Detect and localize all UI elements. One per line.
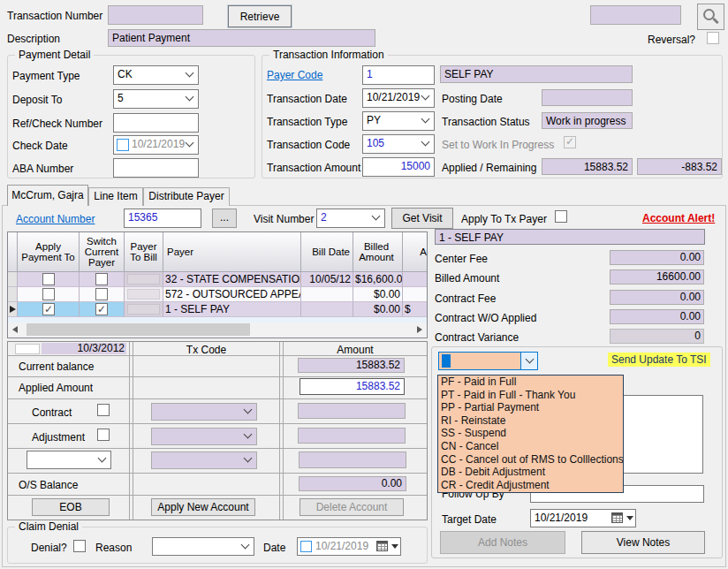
switch-checkbox[interactable] — [95, 288, 108, 300]
col-bill-date[interactable]: Bill Date — [301, 232, 353, 272]
denial-label: Denial? — [31, 542, 67, 554]
payer-to-bill-cell[interactable] — [127, 274, 160, 284]
grid-date-header-blank — [15, 344, 40, 354]
calendar-icon — [376, 541, 388, 551]
apply-checkbox[interactable] — [42, 273, 55, 285]
transaction-date-select[interactable]: 10/21/2019 — [362, 88, 435, 108]
apply-new-account-button[interactable]: Apply New Account — [151, 498, 255, 516]
account-alert-link[interactable]: Account Alert! — [642, 212, 715, 224]
row-selector-icon — [10, 306, 16, 313]
denial-date-checkbox[interactable] — [300, 541, 312, 552]
account-number-link[interactable]: Account Number — [16, 213, 95, 225]
delete-account-button[interactable]: Delete Account — [300, 498, 404, 516]
chevron-down-icon — [186, 69, 194, 78]
current-balance-field: 15883.52 — [298, 358, 405, 373]
dropdown-option[interactable]: PP - Partial Payment — [438, 401, 623, 414]
chevron-down-icon[interactable] — [391, 544, 398, 549]
extra-txcode-select[interactable] — [151, 451, 257, 469]
grid-date-header: 10/3/2012 — [42, 343, 126, 354]
apply-checkbox[interactable] — [42, 303, 55, 315]
get-visit-button[interactable]: Get Visit — [391, 208, 453, 229]
top-search-field[interactable] — [590, 5, 681, 25]
dropdown-option[interactable]: CC - Cancel out of RMS to Colllections — [438, 453, 623, 467]
adjustment-checkbox[interactable] — [97, 429, 110, 441]
transaction-number-field[interactable] — [108, 5, 203, 25]
scroll-right-icon[interactable] — [417, 326, 422, 333]
retrieve-button[interactable]: Retrieve — [228, 5, 292, 27]
ref-check-number-input[interactable] — [113, 113, 199, 133]
payer-code-input[interactable]: 1 — [362, 65, 435, 85]
extra-amount-field[interactable] — [299, 451, 406, 468]
chevron-down-icon — [98, 453, 107, 462]
tab-distribute-payer[interactable]: Distribute Payer — [143, 187, 230, 206]
dropdown-option[interactable]: RI - Reinstate — [438, 414, 623, 428]
extra-type-select[interactable] — [27, 451, 111, 469]
current-balance-label: Current balance — [19, 360, 94, 373]
chevron-down-icon — [526, 354, 535, 363]
applied-amount-label: Applied Amount — [19, 382, 93, 394]
applied-amount-input[interactable]: 15883.52 — [300, 378, 405, 395]
account-browse-button[interactable]: ... — [212, 209, 237, 228]
check-date-picker[interactable]: 10/21/2019 — [113, 135, 199, 155]
col-apply-payment-to[interactable]: Apply Payment To — [18, 232, 80, 272]
col-billed-amount[interactable]: Billed Amount — [353, 232, 403, 272]
col-overflow[interactable]: A — [403, 232, 427, 272]
transaction-date-label: Transaction Date — [267, 93, 347, 105]
payer-to-bill-cell[interactable] — [127, 304, 160, 315]
adjustment-txcode-select[interactable] — [151, 428, 257, 445]
transaction-amount-input[interactable]: 15000 — [362, 157, 435, 177]
denial-checkbox[interactable] — [73, 540, 86, 552]
search-button[interactable] — [697, 4, 724, 30]
transaction-code-select[interactable]: 105 — [362, 134, 435, 154]
transaction-number-label: Transaction Number — [7, 10, 102, 22]
transaction-status-label: Transaction Status — [442, 116, 530, 128]
dropdown-option[interactable]: PF - Paid in Full — [438, 376, 623, 389]
payer-code-link[interactable]: Payer Code — [267, 69, 322, 81]
dropdown-option[interactable]: PT - Paid in Full - Thank You — [438, 389, 623, 402]
check-date-label: Check Date — [12, 140, 68, 152]
contract-amount-field[interactable] — [298, 403, 406, 419]
denial-reason-select[interactable] — [152, 537, 254, 556]
col-switch-current-payer[interactable]: Switch Current Payer — [80, 232, 125, 272]
contract-checkbox[interactable] — [97, 404, 110, 416]
eob-button[interactable]: EOB — [32, 498, 110, 516]
payment-type-select[interactable]: CK — [113, 65, 199, 85]
payer-to-bill-cell[interactable] — [127, 289, 160, 300]
switch-checkbox[interactable] — [95, 273, 108, 285]
check-date-checkbox[interactable] — [117, 139, 129, 151]
aba-number-input[interactable] — [113, 158, 199, 178]
search-icon — [703, 9, 715, 20]
transaction-type-select[interactable]: PY — [362, 111, 435, 131]
switch-checkbox[interactable] — [95, 303, 108, 315]
apply-checkbox[interactable] — [42, 288, 55, 300]
deposit-to-select[interactable]: 5 — [113, 89, 199, 109]
chevron-down-icon — [421, 115, 430, 124]
contract-txcode-select[interactable] — [151, 403, 257, 421]
tsi-status-select[interactable] — [438, 352, 538, 370]
adjustment-amount-field[interactable] — [298, 428, 406, 444]
apply-to-tx-payer-label: Apply To Tx Payer — [461, 213, 547, 225]
tsi-status-dropdown-list: PF - Paid in Full PT - Paid in Full - Th… — [437, 375, 624, 493]
dropdown-button[interactable] — [520, 353, 537, 369]
dropdown-option[interactable]: CR - Credit Adjustment — [438, 479, 623, 492]
account-number-input[interactable]: 15365 — [124, 209, 201, 228]
scroll-left-icon[interactable] — [12, 326, 18, 333]
contract-fee-field: 0.00 — [610, 290, 704, 305]
view-notes-button[interactable]: View Notes — [581, 531, 705, 554]
chevron-down-icon — [244, 430, 253, 439]
apply-to-tx-payer-checkbox[interactable] — [555, 210, 567, 223]
tab-line-item[interactable]: Line Item — [88, 187, 143, 206]
table-h-scrollbar[interactable] — [8, 322, 427, 338]
dropdown-option[interactable]: DB - Debit Adjustment — [438, 466, 623, 479]
scrollbar-thumb[interactable] — [27, 323, 250, 336]
tab-patient[interactable]: McCrum, Gajra — [7, 185, 88, 206]
dropdown-option[interactable]: SS - Suspend — [438, 427, 623, 440]
add-notes-button[interactable]: Add Notes — [440, 531, 565, 554]
contract-variance-field: 0 — [610, 329, 704, 344]
reversal-checkbox[interactable] — [707, 32, 719, 44]
col-payer-to-bill[interactable]: Payer To Bill — [125, 232, 163, 272]
visit-number-select[interactable]: 2 — [316, 209, 385, 228]
dropdown-option[interactable]: CN - Cancel — [438, 440, 623, 453]
col-payer[interactable]: Payer — [163, 232, 301, 272]
chevron-down-icon[interactable] — [626, 516, 633, 520]
